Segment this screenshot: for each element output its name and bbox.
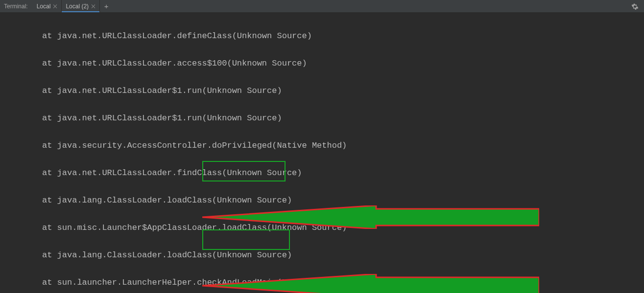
- tab-label: Local (2): [66, 3, 89, 10]
- stack-line: at java.net.URLClassLoader$1.run(Unknown…: [4, 112, 641, 125]
- tab-local-2[interactable]: Local (2): [62, 0, 100, 12]
- stack-line: at java.net.URLClassLoader.access$100(Un…: [4, 57, 641, 70]
- stack-line: at java.lang.ClassLoader.loadClass(Unkno…: [4, 194, 641, 207]
- close-icon[interactable]: [92, 4, 95, 8]
- terminal-label: Terminal:: [0, 0, 33, 12]
- add-tab-button[interactable]: +: [100, 0, 113, 12]
- stack-line: at java.security.AccessController.doPriv…: [4, 139, 641, 153]
- settings-button[interactable]: [628, 0, 641, 13]
- stack-line: at java.net.URLClassLoader.findClass(Unk…: [4, 166, 641, 180]
- stack-line: at java.net.URLClassLoader$1.run(Unknown…: [4, 84, 641, 98]
- terminal-output[interactable]: at java.net.URLClassLoader.defineClass(U…: [0, 13, 644, 293]
- stack-line: at sun.launcher.LauncherHelper.checkAndL…: [4, 276, 641, 290]
- close-icon[interactable]: [53, 4, 57, 8]
- stack-line: at java.lang.ClassLoader.loadClass(Unkno…: [4, 248, 641, 262]
- tab-local-1[interactable]: Local: [33, 0, 62, 12]
- tab-label: Local: [37, 3, 51, 10]
- gear-icon: [631, 3, 639, 10]
- arrow-annotation-1: [202, 178, 539, 256]
- stack-line: at java.net.URLClassLoader.defineClass(U…: [4, 29, 641, 43]
- stack-line: at sun.misc.Launcher$AppClassLoader.load…: [4, 221, 641, 235]
- terminal-tabbar: Terminal: Local Local (2) +: [0, 0, 644, 13]
